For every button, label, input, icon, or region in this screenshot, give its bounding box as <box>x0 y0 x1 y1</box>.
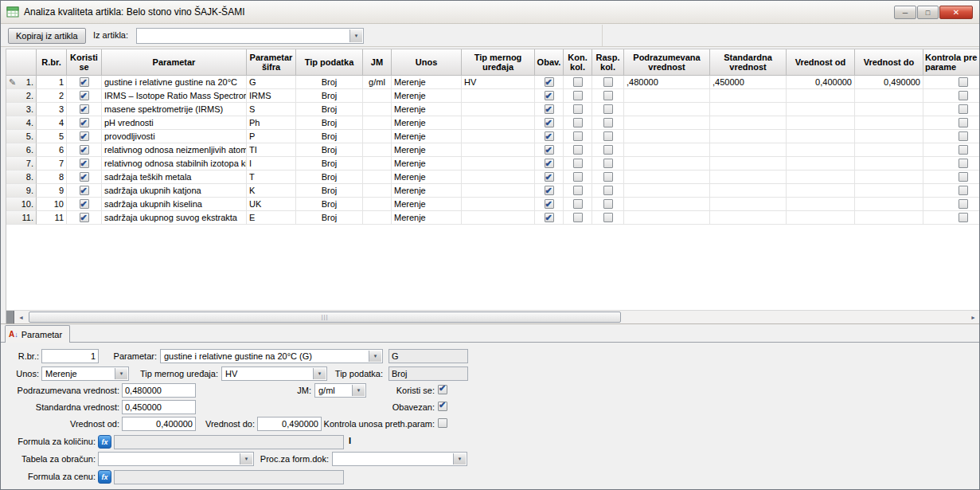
cell-rasp-kol[interactable] <box>592 116 624 130</box>
cell-rbr[interactable]: 2 <box>37 89 67 103</box>
cell-parametar[interactable]: gustine i relativne gustine na 20°C <box>102 76 247 89</box>
cell-vrednost-do[interactable] <box>855 143 923 157</box>
maximize-button[interactable]: □ <box>917 6 939 19</box>
checkbox-icon[interactable] <box>959 145 968 155</box>
tab-parametar[interactable]: A↓ Parametar <box>5 325 70 343</box>
cell-standardna[interactable] <box>710 198 787 211</box>
row-selector[interactable]: ✎ 7. <box>6 157 37 171</box>
chevron-down-icon[interactable]: ▼ <box>369 351 381 362</box>
cell-tip-mernog-uredjaja[interactable] <box>462 157 535 171</box>
table-row[interactable]: ✎ 8. 8 sadržaja teških metala T Broj Mer… <box>6 171 980 184</box>
tip-mernog-uredjaja-combobox[interactable]: HV ▼ <box>221 367 327 381</box>
minimize-button[interactable]: ─ <box>894 6 916 19</box>
checkbox-icon[interactable] <box>80 77 89 87</box>
checkbox-icon[interactable] <box>603 159 613 168</box>
header-kon-kol[interactable]: Kon. kol. <box>564 49 592 76</box>
cell-obav[interactable] <box>535 143 564 157</box>
checkbox-icon[interactable] <box>959 104 968 114</box>
cell-vrednost-do[interactable] <box>855 130 923 143</box>
cell-tip-podatka[interactable]: Broj <box>296 171 363 184</box>
rbr-input[interactable] <box>41 349 99 363</box>
checkbox-icon[interactable] <box>545 213 554 222</box>
obavezan-checkbox[interactable] <box>438 402 447 411</box>
cell-unos[interactable]: Merenje <box>392 143 462 157</box>
cell-vrednost-do[interactable] <box>855 211 923 225</box>
row-selector[interactable]: ✎ 8. <box>6 171 37 184</box>
cell-vrednost-do[interactable] <box>855 89 923 103</box>
proc-form-dok-combobox[interactable]: ▼ <box>332 452 467 466</box>
cell-tip-podatka[interactable]: Broj <box>296 143 363 157</box>
cell-standardna[interactable] <box>710 116 787 130</box>
checkbox-icon[interactable] <box>959 199 968 209</box>
checkbox-icon[interactable] <box>603 118 613 127</box>
checkbox-icon[interactable] <box>80 172 89 182</box>
cell-vrednost-od[interactable] <box>787 103 855 116</box>
cell-kon-kol[interactable] <box>564 76 592 89</box>
cell-unos[interactable]: Merenje <box>392 89 462 103</box>
chevron-down-icon[interactable]: ▼ <box>115 368 127 379</box>
cell-parametar-sifra[interactable]: K <box>247 184 296 198</box>
cell-jm[interactable] <box>363 143 392 157</box>
header-jm[interactable]: JM <box>363 49 392 76</box>
checkbox-icon[interactable] <box>603 213 613 222</box>
checkbox-icon[interactable] <box>959 131 968 141</box>
parametar-combobox[interactable]: gustine i relativne gustine na 20°C (G) … <box>160 349 383 363</box>
cell-standardna[interactable] <box>710 211 787 225</box>
cell-koristi-se[interactable] <box>67 157 102 171</box>
checkbox-icon[interactable] <box>959 118 968 127</box>
cell-kon-kol[interactable] <box>564 211 592 225</box>
table-row[interactable]: ✎ 5. 5 provodljivosti P Broj Merenje <box>6 130 980 143</box>
cell-koristi-se[interactable] <box>67 184 102 198</box>
checkbox-icon[interactable] <box>573 131 583 141</box>
cell-jm[interactable] <box>363 89 392 103</box>
formula-icon[interactable]: fx <box>98 435 111 449</box>
checkbox-icon[interactable] <box>545 91 554 100</box>
cell-parametar-sifra[interactable]: UK <box>247 198 296 211</box>
checkbox-icon[interactable] <box>545 118 554 127</box>
header-obav[interactable]: Obav. <box>535 49 564 76</box>
kontrola-unosa-checkbox[interactable] <box>438 418 447 428</box>
cell-kon-kol[interactable] <box>564 130 592 143</box>
checkbox-icon[interactable] <box>959 91 968 100</box>
checkbox-icon[interactable] <box>80 91 89 100</box>
cell-obav[interactable] <box>535 116 564 130</box>
cell-koristi-se[interactable] <box>67 103 102 116</box>
cell-jm[interactable] <box>363 116 392 130</box>
standardna-input[interactable] <box>122 400 196 414</box>
row-selector[interactable]: ✎ 5. <box>6 130 37 143</box>
cell-unos[interactable]: Merenje <box>392 198 462 211</box>
table-row[interactable]: ✎ 7. 7 relativnog odnosa stabilnih izoto… <box>6 157 980 171</box>
cell-kon-kol[interactable] <box>564 198 592 211</box>
cell-kontrola-preth-param[interactable] <box>923 130 980 143</box>
checkbox-icon[interactable] <box>545 77 554 87</box>
cell-kontrola-preth-param[interactable] <box>923 157 980 171</box>
checkbox-icon[interactable] <box>603 145 613 155</box>
cell-jm[interactable] <box>363 198 392 211</box>
cell-rasp-kol[interactable] <box>592 184 624 198</box>
cell-vrednost-od[interactable] <box>787 198 855 211</box>
cell-podrazumevana[interactable]: ,480000 <box>624 76 710 89</box>
cell-kontrola-preth-param[interactable] <box>923 103 980 116</box>
cell-vrednost-do[interactable]: 0,490000 <box>855 76 923 89</box>
header-koristi-se[interactable]: Koristi se <box>67 49 102 76</box>
checkbox-icon[interactable] <box>603 199 613 209</box>
cell-obav[interactable] <box>535 184 564 198</box>
table-row[interactable]: ✎ 9. 9 sadržaja ukupnih katjona K Broj M… <box>6 184 980 198</box>
jm-combobox[interactable]: g/ml ▼ <box>314 383 366 398</box>
cell-rbr[interactable]: 1 <box>37 76 67 89</box>
cell-koristi-se[interactable] <box>67 171 102 184</box>
checkbox-icon[interactable] <box>80 199 89 209</box>
cell-podrazumevana[interactable] <box>624 184 710 198</box>
cell-jm[interactable] <box>363 171 392 184</box>
cell-jm[interactable]: g/ml <box>363 76 392 89</box>
titlebar[interactable]: Analiza kvaliteta artikla: Belo stono vi… <box>1 1 979 24</box>
checkbox-icon[interactable] <box>959 159 968 168</box>
cell-podrazumevana[interactable] <box>624 130 710 143</box>
row-selector[interactable]: ✎ 11. <box>6 211 37 225</box>
cell-kon-kol[interactable] <box>564 143 592 157</box>
cell-podrazumevana[interactable] <box>624 89 710 103</box>
checkbox-icon[interactable] <box>80 118 89 127</box>
checkbox-icon[interactable] <box>603 172 613 182</box>
cell-tip-mernog-uredjaja[interactable] <box>462 89 535 103</box>
cell-kon-kol[interactable] <box>564 116 592 130</box>
